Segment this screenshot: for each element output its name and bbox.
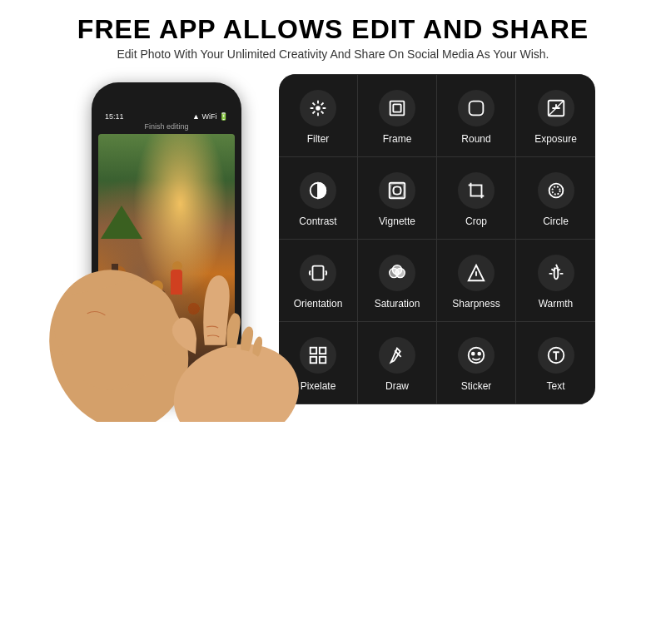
grid-item-vignette[interactable]: Vignette — [358, 157, 437, 240]
grid-item-text[interactable]: Text — [516, 322, 595, 404]
grid-item-frame[interactable]: Frame — [358, 75, 437, 157]
crop-icon — [458, 172, 495, 209]
phone-time: 15:11 — [105, 112, 124, 121]
svg-rect-19 — [393, 105, 400, 112]
grid-item-warmth[interactable]: Warmth — [516, 240, 595, 322]
circle-icon — [538, 172, 574, 209]
grid-item-label-draw: Draw — [385, 380, 409, 392]
phone-status-bar: 15:11 ▲ WiFi 🔋 — [98, 111, 235, 122]
sticker-icon — [458, 337, 495, 374]
grid-item-exposure[interactable]: Exposure — [516, 75, 595, 157]
draw-icon — [379, 337, 415, 374]
grid-item-label-circle: Circle — [543, 215, 569, 227]
frame-icon — [379, 90, 415, 126]
round-icon — [458, 90, 495, 126]
warmth-icon — [538, 255, 574, 291]
grid-item-label-exposure: Exposure — [534, 133, 577, 145]
grid-item-circle[interactable]: Circle — [516, 157, 595, 240]
grid-item-label-text: Text — [546, 380, 564, 392]
svg-line-15 — [321, 111, 324, 114]
svg-rect-18 — [390, 102, 405, 116]
phone-notch — [142, 92, 191, 107]
content-area: 15:11 ▲ WiFi 🔋 Finish editing — [0, 66, 666, 413]
svg-point-33 — [552, 187, 559, 195]
grid-item-filter[interactable]: Filter — [279, 75, 358, 157]
grid-item-label-saturation: Saturation — [375, 298, 420, 310]
grid-item-label-warmth: Warmth — [539, 298, 574, 310]
svg-line-14 — [313, 103, 316, 106]
grid-item-crop[interactable]: Crop — [437, 157, 516, 240]
page-subtitle: Edit Photo With Your Unlimited Creativit… — [17, 47, 649, 61]
svg-point-53 — [478, 353, 480, 355]
svg-line-16 — [321, 103, 324, 106]
svg-point-32 — [549, 184, 563, 198]
page-title: FREE APP ALLOWS EDIT AND SHARE — [17, 15, 649, 44]
svg-point-9 — [316, 106, 321, 111]
svg-point-52 — [472, 353, 475, 355]
phone-screen-title: Finish editing — [98, 122, 235, 131]
header-section: FREE APP ALLOWS EDIT AND SHARE Edit Phot… — [0, 0, 666, 66]
grid-item-label-vignette: Vignette — [379, 215, 415, 227]
sparkles-icon — [300, 90, 336, 126]
svg-line-24 — [548, 101, 564, 116]
vignette-icon — [379, 172, 415, 209]
grid-item-sharpness[interactable]: Sharpness — [437, 240, 516, 322]
grid-item-sticker[interactable]: Sticker — [437, 322, 516, 404]
sharpness-icon — [458, 255, 495, 291]
exposure-icon — [538, 90, 574, 126]
hand-illustration — [37, 169, 354, 425]
svg-line-17 — [313, 111, 316, 114]
grid-item-saturation[interactable]: Saturation — [358, 240, 437, 322]
grid-item-label-crop: Crop — [465, 215, 487, 227]
saturation-icon — [379, 255, 415, 291]
svg-rect-27 — [471, 186, 482, 196]
grid-item-label-sharpness: Sharpness — [452, 298, 500, 310]
grid-item-label-frame: Frame — [383, 133, 412, 145]
svg-point-37 — [392, 265, 401, 275]
grid-item-round[interactable]: Round — [437, 75, 516, 157]
svg-line-41 — [551, 270, 554, 271]
grid-item-label-round: Round — [461, 133, 490, 145]
svg-line-43 — [558, 270, 559, 271]
svg-rect-26 — [390, 183, 405, 199]
phone-signal: ▲ WiFi 🔋 — [192, 112, 228, 121]
grid-item-label-filter: Filter — [307, 133, 330, 145]
grid-item-draw[interactable]: Draw — [358, 322, 437, 404]
text-icon — [538, 337, 574, 374]
grid-item-label-sticker: Sticker — [461, 380, 492, 392]
svg-rect-20 — [470, 102, 484, 116]
phone-mockup: 15:11 ▲ WiFi 🔋 Finish editing — [71, 82, 262, 400]
